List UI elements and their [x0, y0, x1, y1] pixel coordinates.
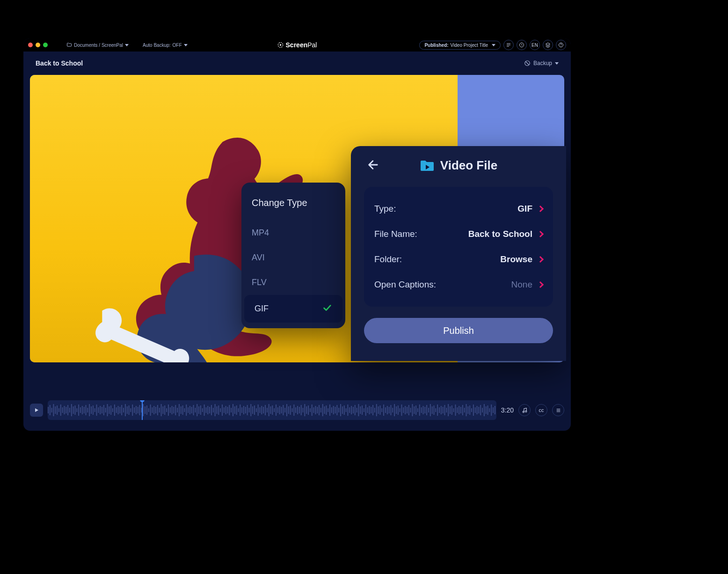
backup-dropdown[interactable]: Backup [524, 60, 559, 66]
svg-rect-14 [62, 407, 63, 413]
chevron-right-icon [537, 256, 544, 263]
row-type-label: Type: [374, 204, 396, 214]
window-close-icon[interactable] [28, 43, 33, 47]
duration: 3:20 [501, 406, 514, 414]
cc-button[interactable]: cc [535, 404, 547, 416]
project-header: Back to School Backup [23, 52, 571, 75]
svg-rect-9 [53, 404, 54, 416]
publish-button[interactable]: Publish [364, 318, 553, 343]
row-captions-value: None [511, 280, 532, 290]
type-option-flv[interactable]: FLV [241, 270, 345, 295]
traffic-lights [28, 43, 48, 47]
layers-icon[interactable] [543, 40, 553, 50]
window-minimize-icon[interactable] [36, 43, 40, 47]
breadcrumb-text: Documents / ScreenPal [74, 43, 123, 48]
breadcrumb[interactable]: Documents / ScreenPal [66, 42, 129, 48]
back-button[interactable] [367, 158, 380, 173]
language-code: EN [531, 43, 538, 48]
type-option-gif[interactable]: GIF [244, 295, 342, 323]
brand-screen: Screen [286, 41, 308, 49]
brand-logo: ScreenPal [277, 41, 317, 49]
video-file-panel: Video File Type: GIF File Name: Back to … [351, 146, 566, 361]
video-file-header: Video File [364, 158, 553, 173]
published-label: Published: [424, 43, 448, 48]
svg-rect-6 [48, 407, 49, 413]
type-option-avi[interactable]: AVI [241, 245, 345, 270]
titlebar: Documents / ScreenPal Auto Backup: OFF S… [23, 38, 571, 52]
timeline-track[interactable]: 1:08:00 [48, 400, 496, 420]
type-option-gif-label: GIF [255, 304, 269, 314]
folder-icon [66, 42, 72, 48]
publish-status-dropdown[interactable]: Published: Video Project Title [419, 41, 501, 50]
brand-icon [277, 42, 284, 48]
project-title: Back to School [36, 59, 83, 67]
row-folder-value: Browse [500, 254, 532, 265]
chevron-right-icon [537, 206, 544, 212]
titlebar-right: Published: Video Project Title EN [419, 40, 566, 50]
cc-label: cc [539, 407, 544, 413]
auto-backup-label: Auto Backup: [143, 43, 170, 48]
svg-rect-8 [51, 408, 52, 412]
svg-rect-12 [58, 408, 59, 412]
row-filename-label: File Name: [374, 229, 417, 239]
caret-down-icon [184, 44, 188, 46]
music-icon[interactable] [518, 404, 531, 416]
caret-down-icon [555, 62, 559, 65]
brand-pal: Pal [307, 41, 317, 49]
row-filename-value: Back to School [468, 229, 532, 239]
caret-down-icon [492, 44, 495, 46]
no-backup-icon [524, 60, 531, 66]
window-maximize-icon[interactable] [43, 43, 48, 47]
row-folder[interactable]: Folder: Browse [374, 247, 543, 272]
row-type-value: GIF [517, 204, 532, 214]
svg-rect-10 [55, 406, 56, 414]
language-button[interactable]: EN [530, 40, 540, 50]
svg-point-16 [523, 411, 524, 412]
video-file-title-text: Video File [440, 158, 497, 173]
timeline-row: 1:08:00 3:20 cc [30, 399, 564, 421]
row-filename[interactable]: File Name: Back to School [374, 221, 543, 247]
play-button[interactable] [30, 404, 43, 417]
arrow-left-icon [367, 158, 380, 171]
auto-backup-value: OFF [173, 43, 182, 48]
row-folder-label: Folder: [374, 254, 402, 265]
row-captions-label: Open Captions: [374, 280, 436, 290]
playhead[interactable] [142, 400, 143, 420]
backup-label: Backup [533, 60, 552, 66]
svg-point-4 [561, 46, 561, 46]
published-value: Video Project Title [451, 43, 488, 48]
svg-rect-15 [64, 406, 65, 414]
waveform [48, 400, 496, 420]
change-type-title: Change Type [241, 198, 345, 221]
chevron-right-icon [537, 281, 544, 288]
auto-backup-toggle[interactable]: Auto Backup: OFF [143, 43, 187, 48]
help-icon[interactable] [556, 40, 566, 50]
row-captions[interactable]: Open Captions: None [374, 272, 543, 297]
menu-icon[interactable] [552, 404, 564, 416]
check-icon [322, 302, 332, 315]
video-folder-icon [420, 160, 435, 172]
play-icon [34, 407, 39, 413]
video-file-body: Type: GIF File Name: Back to School Fold… [364, 187, 553, 307]
caret-down-icon [125, 44, 129, 46]
history-icon[interactable] [517, 40, 527, 50]
svg-point-1 [280, 44, 282, 46]
svg-rect-13 [60, 405, 61, 416]
list-icon[interactable] [503, 40, 514, 50]
video-file-title: Video File [420, 158, 497, 173]
chevron-right-icon [537, 231, 544, 237]
change-type-popover: Change Type MP4 AVI FLV GIF [241, 183, 345, 328]
svg-point-17 [525, 411, 526, 412]
type-option-mp4[interactable]: MP4 [241, 221, 345, 245]
row-type[interactable]: Type: GIF [374, 196, 543, 221]
svg-rect-11 [57, 405, 58, 415]
svg-rect-7 [50, 405, 51, 415]
